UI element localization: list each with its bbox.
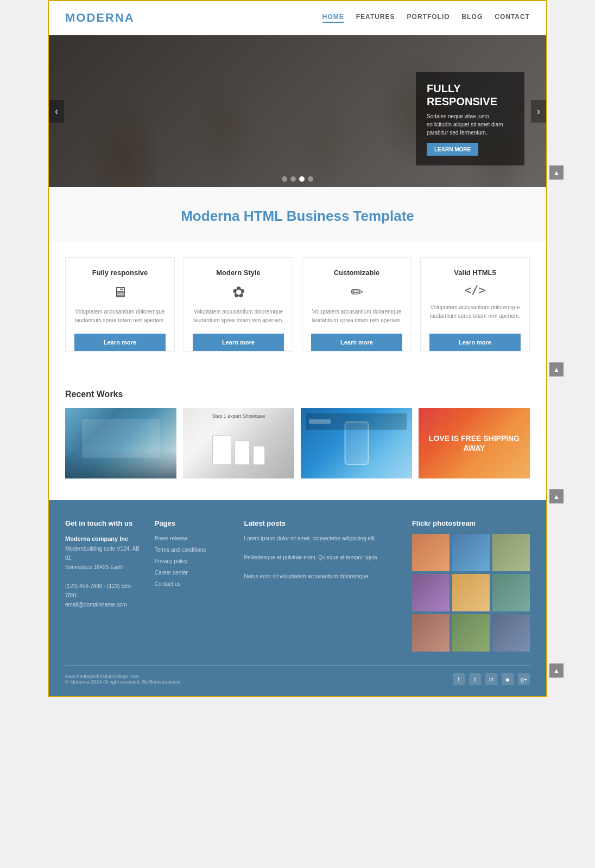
- work-img-mockup: Step 1 expert Showcase: [183, 408, 294, 478]
- feature-card-2: Modern Style ✿ Voluptatem accusantium do…: [183, 257, 293, 352]
- work-item-1[interactable]: [65, 408, 176, 478]
- social-icons: f t in ◆ g+: [453, 673, 530, 685]
- feature-btn-1[interactable]: Learn more: [74, 334, 166, 351]
- feature-card-4: Valid HTML5 </> Voluptatem accusantium d…: [420, 257, 530, 352]
- logo-accent: M: [65, 11, 76, 24]
- scroll-top-2[interactable]: ▲: [549, 362, 564, 376]
- footer-contact-heading: Get in touch with us: [65, 519, 144, 527]
- footer-grid: Get in touch with us Moderna company Inc…: [65, 519, 530, 652]
- feature-title-3: Customizable: [334, 269, 380, 277]
- footer-posts-heading: Latest posts: [244, 519, 401, 527]
- features-grid: Fully responsive 🖥 Voluptatem accusantiu…: [65, 257, 530, 352]
- flickr-grid: [412, 534, 530, 652]
- feature-desc-2: Voluptatem accusantium doloremque laudan…: [193, 308, 284, 325]
- scroll-top-1[interactable]: ▲: [549, 165, 564, 180]
- footer-link-terms[interactable]: Terms and conditions: [155, 545, 233, 554]
- footer-pages-heading: Pages: [155, 519, 233, 527]
- tagline-section: Moderna HTML Business Template: [49, 187, 546, 241]
- footer-post-1: Lorem ipsum dolor sit amet, consectetur …: [244, 534, 401, 543]
- social-facebook[interactable]: f: [453, 673, 465, 685]
- flickr-thumb-1[interactable]: [412, 534, 450, 571]
- scroll-top-3[interactable]: ▲: [549, 489, 564, 503]
- social-googleplus[interactable]: g+: [518, 673, 530, 685]
- recent-works-section: Recent Works Step 1 expert Showcase: [49, 373, 546, 500]
- pencil-icon: ✏: [351, 283, 363, 301]
- footer-link-privacy[interactable]: Privacy policy: [155, 557, 233, 566]
- hero-dot-3[interactable]: [299, 176, 305, 182]
- tagline-brand: Moderna: [181, 208, 239, 224]
- flickr-thumb-5[interactable]: [452, 574, 490, 611]
- footer-posts-col: Latest posts Lorem ipsum dolor sit amet,…: [244, 519, 401, 652]
- footer-phone: (123) 456-7890 - (123) 555-7891: [65, 582, 144, 600]
- hero-prev-arrow[interactable]: ‹: [49, 100, 64, 123]
- nav-contact[interactable]: CONTACT: [495, 13, 530, 23]
- footer-post-2: Pellentesque et pulvinar enim. Quisque a…: [244, 553, 401, 562]
- hero-learn-more-button[interactable]: LEARN MORE: [427, 143, 478, 156]
- hero-next-arrow[interactable]: ›: [531, 100, 546, 123]
- monitor-icon: 🖥: [112, 283, 128, 301]
- feature-title-2: Modern Style: [216, 269, 261, 277]
- feature-title-4: Valid HTML5: [454, 269, 496, 277]
- work-promo-text: LOVE IS FREE SHIPPING AWAY: [419, 433, 530, 453]
- feature-btn-2[interactable]: Learn more: [193, 334, 284, 351]
- work-img-landscape: [65, 408, 176, 478]
- feature-card-3: Customizable ✏ Voluptatem accusantium do…: [302, 257, 412, 352]
- footer-contact-col: Get in touch with us Moderna company Inc…: [65, 519, 144, 652]
- footer-pages-links: Press release Terms and conditions Priva…: [155, 534, 233, 589]
- works-grid: Step 1 expert Showcase: [65, 408, 530, 478]
- footer-company-name: Moderna company Inc: [65, 534, 144, 544]
- footer-website: www.heritagechristiancollege.com: [65, 674, 181, 679]
- work-item-2[interactable]: Step 1 expert Showcase: [183, 408, 294, 478]
- work-img-promo: LOVE IS FREE SHIPPING AWAY: [419, 408, 530, 478]
- footer-post-3: Natus error sit voluptatem accusantium d…: [244, 572, 401, 581]
- hero-title: FULLYRESPONSIVE: [427, 82, 514, 108]
- footer-link-career[interactable]: Career center: [155, 568, 233, 577]
- feature-desc-3: Voluptatem accusantium doloremque laudan…: [311, 308, 402, 325]
- hero-dot-1[interactable]: [282, 176, 287, 182]
- hero-dot-4[interactable]: [308, 176, 313, 182]
- nav-features[interactable]: FEATURES: [356, 13, 395, 23]
- feature-desc-4: Voluptatem accusantium doloremque laudan…: [429, 303, 521, 321]
- work-item-3[interactable]: [301, 408, 412, 478]
- footer-link-press[interactable]: Press release: [155, 534, 233, 543]
- footer-link-contact[interactable]: Contact us: [155, 579, 233, 589]
- tagline-heading: Moderna HTML Business Template: [65, 208, 530, 225]
- html5-icon: </>: [464, 283, 486, 297]
- feature-card-1: Fully responsive 🖥 Voluptatem accusantiu…: [65, 257, 175, 352]
- flickr-thumb-8[interactable]: [452, 614, 490, 652]
- logo[interactable]: MODERNA: [65, 11, 135, 25]
- flickr-thumb-9[interactable]: [492, 614, 530, 652]
- flower-icon: ✿: [232, 283, 245, 301]
- hero-text-box: FULLYRESPONSIVE Sodales neque vitae just…: [416, 72, 524, 165]
- hero-slider: ‹ › FULLYRESPONSIVE Sodales neque vitae …: [49, 35, 546, 187]
- work-item-4[interactable]: LOVE IS FREE SHIPPING AWAY: [419, 408, 530, 478]
- flickr-thumb-2[interactable]: [452, 534, 490, 571]
- nav-portfolio[interactable]: PORTFOLIO: [407, 13, 450, 23]
- footer-email: email@domainname.com: [65, 600, 144, 609]
- logo-rest: ODERNA: [76, 11, 134, 24]
- nav-home[interactable]: HOME: [322, 13, 344, 23]
- social-pinterest[interactable]: ◆: [502, 673, 514, 685]
- hero-dot-2[interactable]: [290, 176, 296, 182]
- footer-address-2: Someplace 16425 Earth: [65, 563, 144, 572]
- scroll-top-4[interactable]: ▲: [549, 663, 564, 678]
- main-nav: HOME FEATURES PORTFOLIO BLOG CONTACT: [322, 13, 530, 23]
- footer-flickr-heading: Flickr photostream: [412, 519, 530, 527]
- page-wrapper: MODERNA HOME FEATURES PORTFOLIO BLOG CON…: [48, 0, 547, 697]
- tagline-rest-text: HTML Business Template: [244, 208, 414, 224]
- feature-btn-4[interactable]: Learn more: [429, 334, 521, 351]
- social-twitter[interactable]: t: [469, 673, 481, 685]
- footer-flickr-col: Flickr photostream: [412, 519, 530, 652]
- flickr-thumb-6[interactable]: [492, 574, 530, 611]
- site-header: MODERNA HOME FEATURES PORTFOLIO BLOG CON…: [49, 1, 546, 35]
- work-mockup-label: Step 1 expert Showcase: [183, 413, 294, 419]
- social-linkedin[interactable]: in: [485, 673, 497, 685]
- feature-desc-1: Voluptatem accusantium doloremque laudan…: [74, 308, 166, 325]
- flickr-thumb-4[interactable]: [412, 574, 450, 611]
- site-footer: Get in touch with us Moderna company Inc…: [49, 500, 546, 696]
- flickr-thumb-7[interactable]: [412, 614, 450, 652]
- flickr-thumb-3[interactable]: [492, 534, 530, 571]
- feature-btn-3[interactable]: Learn more: [311, 334, 402, 351]
- nav-blog[interactable]: BLOG: [462, 13, 483, 23]
- footer-address-1: Modernbuilding suite V124, AB 01: [65, 544, 144, 563]
